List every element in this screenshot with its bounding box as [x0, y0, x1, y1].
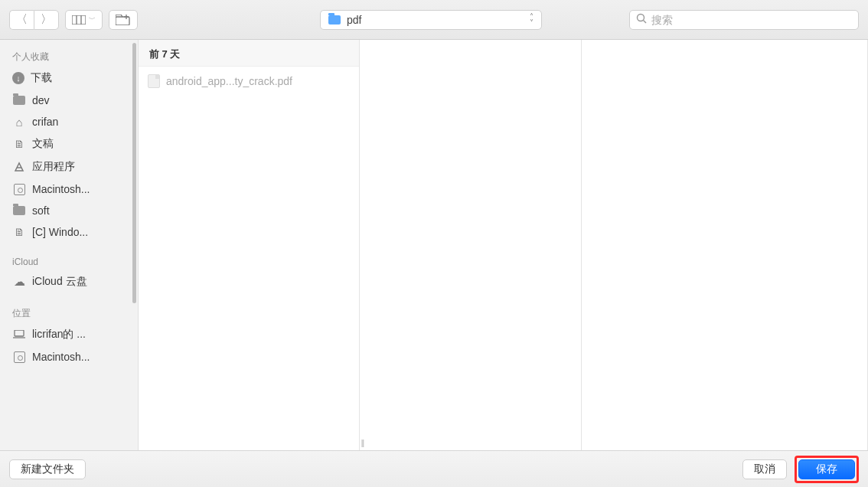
download-icon: ↓	[12, 72, 24, 84]
sidebar-item-applications[interactable]: 应用程序	[6, 155, 138, 178]
save-button-highlight: 保存	[795, 456, 859, 483]
footer: 新建文件夹 取消 保存	[0, 450, 868, 487]
sidebar-item-soft[interactable]: soft	[6, 200, 138, 221]
documents-icon: 🗎	[12, 138, 26, 150]
sidebar-section-header-locations: 位置	[6, 302, 138, 323]
sidebar-item-label: 下载	[31, 71, 52, 85]
svg-point-6	[638, 15, 644, 21]
folder-icon	[328, 15, 341, 25]
file-row[interactable]: android_app...ty_crack.pdf	[139, 67, 359, 96]
sidebar-item-label: dev	[32, 94, 50, 106]
svg-rect-9	[15, 330, 24, 336]
main-area: 个人收藏 ↓ 下载 dev ⌂ crifan 🗎 文稿 应用程序 Macinto…	[0, 40, 868, 450]
home-icon: ⌂	[12, 116, 26, 128]
folder-icon	[12, 94, 26, 106]
sidebar-section-header-icloud: iCloud	[6, 252, 138, 270]
current-folder-name: pdf	[347, 14, 524, 26]
svg-rect-0	[72, 15, 86, 25]
file-name: android_app...ty_crack.pdf	[166, 75, 292, 87]
sidebar-item-label: 文稿	[32, 137, 54, 151]
laptop-icon	[12, 328, 26, 341]
sidebar-item-label: [C] Windo...	[32, 226, 88, 238]
sidebar-item-label: iCloud 云盘	[32, 275, 87, 289]
view-mode-dropdown[interactable]: ﹀	[65, 10, 103, 30]
group-header-last7days: 前 7 天	[139, 40, 359, 67]
chevron-down-icon: ﹀	[89, 15, 96, 25]
search-box[interactable]	[629, 10, 859, 30]
sidebar-item-icloud[interactable]: ☁ iCloud 云盘	[6, 270, 138, 293]
sidebar-item-windows[interactable]: 🗎 [C] Windo...	[6, 221, 138, 243]
svg-line-7	[644, 21, 647, 24]
sidebar-item-label: crifan	[32, 116, 58, 128]
sidebar-item-downloads[interactable]: ↓ 下载	[6, 67, 138, 90]
sidebar-item-label: Macintosh...	[32, 183, 90, 195]
cloud-icon: ☁	[12, 276, 26, 288]
column-3	[582, 40, 868, 450]
disk-icon	[12, 183, 26, 195]
sidebar-item-licrifan[interactable]: licrifan的 ...	[6, 323, 138, 346]
forward-button[interactable]: 〉	[34, 10, 59, 30]
sidebar-item-macintosh-2[interactable]: Macintosh...	[6, 346, 138, 368]
column-view: 前 7 天 android_app...ty_crack.pdf	[138, 40, 868, 450]
chevron-right-icon: 〉	[41, 12, 52, 27]
sidebar: 个人收藏 ↓ 下载 dev ⌂ crifan 🗎 文稿 应用程序 Macinto…	[0, 40, 138, 450]
cancel-button[interactable]: 取消	[742, 459, 787, 479]
back-button[interactable]: 〈	[9, 10, 34, 30]
new-folder-icon	[116, 15, 131, 25]
updown-chevron-icon: ˄˅	[530, 14, 534, 26]
sidebar-item-macintosh[interactable]: Macintosh...	[6, 178, 138, 200]
sidebar-scrollbar[interactable]	[132, 43, 136, 303]
column-2	[360, 40, 582, 450]
sidebar-section-header-favorites: 个人收藏	[6, 46, 138, 67]
sidebar-item-dev[interactable]: dev	[6, 90, 138, 111]
sidebar-item-label: licrifan的 ...	[32, 328, 86, 342]
column-1: 前 7 天 android_app...ty_crack.pdf	[138, 40, 360, 450]
new-folder-icon-button[interactable]	[109, 10, 138, 30]
folder-icon	[12, 204, 26, 217]
sidebar-item-label: Macintosh...	[32, 351, 90, 363]
save-button[interactable]: 保存	[798, 459, 855, 479]
sidebar-item-label: soft	[32, 204, 50, 217]
columns-icon	[72, 15, 86, 25]
applications-icon	[12, 161, 26, 173]
disk-icon	[12, 351, 26, 363]
search-input[interactable]	[651, 14, 852, 26]
chevron-left-icon: 〈	[16, 12, 28, 27]
path-dropdown[interactable]: pdf ˄˅	[320, 10, 542, 30]
pdf-file-icon	[148, 74, 160, 88]
toolbar: 〈 〉 ﹀ pdf ˄˅	[0, 0, 868, 40]
new-folder-button[interactable]: 新建文件夹	[9, 459, 86, 479]
sidebar-item-documents[interactable]: 🗎 文稿	[6, 132, 138, 155]
nav-group: 〈 〉	[9, 10, 59, 30]
sidebar-item-crifan[interactable]: ⌂ crifan	[6, 111, 138, 132]
sidebar-item-label: 应用程序	[32, 160, 75, 174]
search-icon	[636, 13, 647, 26]
file-icon: 🗎	[12, 226, 26, 238]
svg-rect-3	[116, 17, 129, 25]
